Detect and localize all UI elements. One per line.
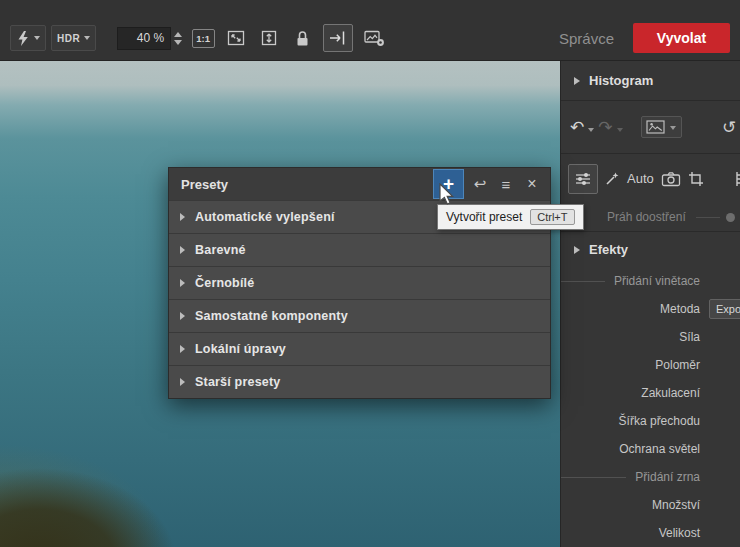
sharpen-threshold-row: Práh doostření xyxy=(561,203,740,231)
reset-icon-partial[interactable]: ↺ xyxy=(722,119,738,136)
fit-height-button[interactable] xyxy=(257,24,281,52)
rounding-row[interactable]: Zakulacení xyxy=(561,379,740,407)
image-icon xyxy=(646,120,665,134)
revert-preset-icon[interactable]: ↩ xyxy=(467,169,493,199)
highlight-protect-row[interactable]: Ochrana světel xyxy=(561,435,740,463)
develop-button[interactable]: Vyvolat xyxy=(633,23,730,53)
zoom-1to1-button[interactable]: 1:1 xyxy=(191,24,215,52)
amount-row[interactable]: Množství xyxy=(561,491,740,519)
adjust-toolbar: Auto xyxy=(561,153,740,203)
effects-title: Efekty xyxy=(589,242,628,257)
highlight-protect-label: Ochrana světel xyxy=(619,442,700,456)
transition-width-label: Šířka přechodu xyxy=(619,414,700,428)
chevron-right-icon xyxy=(180,378,185,386)
grain-group-header[interactable]: Přidání zrna xyxy=(561,463,740,491)
auto-adjust-button[interactable]: Auto xyxy=(627,171,654,186)
hdr-button[interactable]: HDR xyxy=(51,25,96,51)
chevron-right-icon xyxy=(180,213,185,221)
method-label: Metoda xyxy=(660,302,700,316)
transition-width-row[interactable]: Šířka přechodu xyxy=(561,407,740,435)
flash-preset-button[interactable] xyxy=(10,25,46,51)
camera-profile-icon[interactable] xyxy=(661,171,681,187)
group-divider xyxy=(561,477,626,478)
chevron-down-icon xyxy=(670,126,676,130)
presets-header: Presety + ↩ ≡ × xyxy=(169,168,550,200)
manager-tab[interactable]: Správce xyxy=(559,30,628,47)
rounding-label: Zakulacení xyxy=(641,386,700,400)
zoom-increase-button[interactable] xyxy=(174,32,182,37)
histogram-section-header[interactable]: Histogram xyxy=(561,61,740,100)
zoom-control: 40 % xyxy=(117,27,182,50)
chevron-down-icon xyxy=(34,36,40,40)
history-toolbar: ↶ ↷ ↺ xyxy=(561,100,740,153)
hdr-label: HDR xyxy=(57,33,80,44)
presets-title: Presety xyxy=(181,177,433,192)
export-settings-button[interactable] xyxy=(362,24,386,52)
app-window: HDR 40 % 1:1 xyxy=(0,0,740,547)
preset-group-row[interactable]: Starší presety xyxy=(169,366,550,398)
redo-menu-chevron[interactable] xyxy=(617,128,623,132)
size-label: Velikost xyxy=(659,526,700,540)
undo-icon[interactable]: ↶ xyxy=(570,119,584,136)
strength-label: Síla xyxy=(679,330,700,344)
flash-icon xyxy=(16,30,30,47)
chevron-right-icon xyxy=(180,345,185,353)
zoom-decrease-button[interactable] xyxy=(174,40,182,45)
preset-group-label: Starší presety xyxy=(195,375,280,389)
crop-tool-icon[interactable] xyxy=(688,171,704,187)
histogram-title: Histogram xyxy=(589,73,653,88)
tooltip-text: Vytvořit preset xyxy=(446,210,522,224)
compare-original-button[interactable] xyxy=(323,24,353,52)
zoom-input[interactable]: 40 % xyxy=(117,27,171,50)
preset-group-row[interactable]: Samostatné komponenty xyxy=(169,300,550,332)
presets-header-buttons: + ↩ ≡ × xyxy=(433,168,550,200)
redo-icon[interactable]: ↷ xyxy=(598,119,612,136)
lock-icon xyxy=(295,30,310,47)
fit-to-screen-button[interactable] xyxy=(224,24,248,52)
preset-group-row[interactable]: Barevné xyxy=(169,234,550,266)
compare-icon xyxy=(328,30,348,46)
tooltip-shortcut: Ctrl+T xyxy=(530,209,574,225)
grain-group-label: Přidání zrna xyxy=(635,470,700,484)
size-row[interactable]: Velikost xyxy=(561,519,740,547)
develop-sidebar: Histogram ↶ ↷ ↺ xyxy=(560,61,740,547)
chevron-right-icon xyxy=(180,312,185,320)
chevron-down-icon xyxy=(84,36,90,40)
tooltip: Vytvořit preset Ctrl+T xyxy=(437,204,584,230)
preset-group-label: Barevné xyxy=(195,243,246,257)
lock-zoom-button[interactable] xyxy=(290,24,314,52)
close-icon[interactable]: × xyxy=(519,169,545,199)
effects-section-header[interactable]: Efekty xyxy=(561,231,740,267)
method-select[interactable]: Expo xyxy=(709,299,740,319)
top-toolbar: HDR 40 % 1:1 xyxy=(0,0,740,61)
preset-group-row[interactable]: Černobílé xyxy=(169,267,550,299)
slider-track[interactable] xyxy=(696,217,720,218)
strength-row[interactable]: Síla xyxy=(561,323,740,351)
fit-screen-icon xyxy=(226,29,246,47)
radius-row[interactable]: Poloměr xyxy=(561,351,740,379)
preset-group-row[interactable]: Lokální úpravy xyxy=(169,333,550,365)
vignette-group-label: Přidání vinětace xyxy=(614,274,700,288)
radius-label: Poloměr xyxy=(655,358,700,372)
menu-icon[interactable]: ≡ xyxy=(493,169,519,199)
chevron-right-icon xyxy=(180,279,185,287)
undo-menu-chevron[interactable] xyxy=(588,128,594,132)
chevron-right-icon xyxy=(180,246,185,254)
slider-handle[interactable] xyxy=(726,213,735,222)
method-row: Metoda Expo xyxy=(561,295,740,323)
fit-height-icon xyxy=(260,29,278,47)
ratio-label: 1:1 xyxy=(192,29,215,48)
picker-tool-icon[interactable] xyxy=(605,171,620,186)
create-preset-button[interactable]: + xyxy=(433,169,464,199)
straighten-tool-icon-partial[interactable] xyxy=(734,171,740,187)
chevron-right-icon xyxy=(574,77,580,85)
preset-group-label: Lokální úpravy xyxy=(195,342,286,356)
auto-label: Auto xyxy=(627,171,654,186)
view-mode-button[interactable] xyxy=(641,116,682,138)
preset-group-label: Automatické vylepšení xyxy=(195,210,335,224)
preset-group-label: Černobílé xyxy=(195,276,254,290)
sliders-tool-button[interactable] xyxy=(568,164,598,194)
amount-label: Množství xyxy=(652,498,700,512)
vignette-group-header[interactable]: Přidání vinětace xyxy=(561,267,740,295)
preset-group-label: Samostatné komponenty xyxy=(195,309,348,323)
